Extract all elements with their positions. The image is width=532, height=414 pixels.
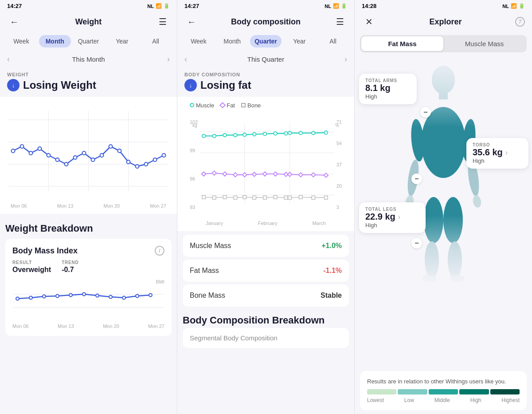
legend-low: Low <box>404 396 414 404</box>
bc-x-1: January <box>206 221 223 226</box>
weight-header: ← Weight ☰ <box>0 11 177 33</box>
body-comp-tab-bar: Week Month Quarter Year All <box>177 33 354 51</box>
body-comp-trend-heading: ↓ Losing fat <box>177 78 354 97</box>
weight-chart-x-labels: Mon 06 Mon 13 Mon 20 Mon 27 <box>7 201 170 209</box>
legs-arrow[interactable]: › <box>398 213 400 221</box>
fat-mass-toggle[interactable]: Fat Mass <box>361 36 443 51</box>
tab-quarter-1[interactable]: Quarter <box>73 35 105 47</box>
menu-button-2[interactable]: ☰ <box>333 15 347 29</box>
arms-status: High <box>365 93 411 100</box>
legs-annotation-card: TOTAL LEGS 22.9 kg › High <box>359 202 426 233</box>
muscle-mass-toggle[interactable]: Muscle Mass <box>443 36 525 51</box>
status-bar-2: 14:27 NL 📶 🔋 <box>177 0 354 11</box>
svg-rect-78 <box>285 196 288 199</box>
legs-value-row: 22.9 kg › <box>365 212 419 222</box>
body-comp-chart-area: Muscle Fat Bone kg % 102 99 96 93 <box>177 97 354 231</box>
chart-wrapper: kg % 102 99 96 93 <box>190 112 342 226</box>
torso-arrow[interactable]: › <box>505 149 508 157</box>
back-button-1[interactable]: ← <box>7 15 21 29</box>
tab-all-2[interactable]: All <box>317 35 349 47</box>
svg-rect-70 <box>202 196 206 199</box>
svg-point-23 <box>153 158 157 162</box>
svg-point-48 <box>243 133 246 137</box>
weight-breakdown-section: Weight Breakdown Body Mass Index i RESUL… <box>0 217 177 338</box>
y-left-4: 93 <box>190 205 198 210</box>
prev-period-2[interactable]: ‹ <box>184 55 187 64</box>
status-time-3: 14:28 <box>362 3 376 9</box>
svg-marker-68 <box>311 173 316 177</box>
y-right-3: 37 <box>336 162 342 167</box>
legend-bar-section: Results are in relation to other Withing… <box>360 371 527 411</box>
svg-point-49 <box>253 133 256 136</box>
svg-point-45 <box>213 134 216 138</box>
bmi-trend-label: TREND <box>62 260 78 265</box>
explorer-title: Explorer <box>376 17 515 27</box>
bmi-chart-unit: BMI <box>12 279 164 284</box>
svg-marker-63 <box>263 172 267 176</box>
torso-value-row: 35.6 kg › <box>473 147 522 158</box>
next-period-2[interactable]: › <box>344 55 347 64</box>
y-left-3: 96 <box>190 176 198 181</box>
tab-year-2[interactable]: Year <box>283 35 315 47</box>
x-label-2: Mon 13 <box>57 203 74 209</box>
trend-icon-2: ↓ <box>184 79 197 91</box>
svg-rect-81 <box>312 196 315 199</box>
svg-point-46 <box>223 134 227 137</box>
svg-point-20 <box>127 160 130 164</box>
svg-point-32 <box>82 293 86 296</box>
svg-marker-64 <box>274 172 278 176</box>
tab-quarter-2[interactable]: Quarter <box>250 35 282 47</box>
svg-point-30 <box>56 295 59 298</box>
svg-point-27 <box>16 297 19 300</box>
color-seg-low <box>398 389 427 394</box>
tab-all-1[interactable]: All <box>140 35 172 47</box>
svg-point-9 <box>29 151 33 155</box>
help-icon[interactable]: ? <box>515 17 525 27</box>
fat-mass-card: Fat Mass -1.1% <box>183 260 349 282</box>
tab-month-1[interactable]: Month <box>39 35 71 47</box>
tab-week-2[interactable]: Week <box>183 35 215 47</box>
svg-point-11 <box>47 154 51 157</box>
breakdown-title: Weight Breakdown <box>5 223 172 234</box>
bmi-x-4: Mon 27 <box>148 323 164 329</box>
body-comp-title: Body composition <box>199 17 333 27</box>
torso-label: TORSO <box>473 142 522 147</box>
muscle-mass-value: +1.0% <box>321 242 342 250</box>
svg-point-8 <box>20 145 24 148</box>
tab-week-1[interactable]: Week <box>5 35 37 47</box>
explorer-header: ✕ Explorer ? <box>355 11 532 33</box>
body-comp-trend-label: Losing fat <box>200 79 251 91</box>
bmi-trend-value: -0.7 <box>62 266 78 274</box>
svg-marker-67 <box>299 173 303 177</box>
svg-point-35 <box>122 296 125 300</box>
svg-rect-77 <box>274 196 278 199</box>
svg-rect-82 <box>325 196 328 199</box>
svg-rect-80 <box>299 196 303 199</box>
svg-marker-61 <box>243 173 247 177</box>
svg-marker-58 <box>212 171 217 175</box>
bmi-result-value: Overweight <box>12 266 51 274</box>
bmi-result-label: RESULT <box>12 260 51 265</box>
back-button-2[interactable]: ← <box>184 15 199 29</box>
bc-x-3: March <box>312 221 326 226</box>
svg-point-28 <box>29 296 32 300</box>
next-period-1[interactable]: › <box>167 55 170 64</box>
weight-scroll: WEIGHT ↓ Losing Weight <box>0 67 177 414</box>
tab-month-2[interactable]: Month <box>216 35 248 47</box>
bmi-info-icon[interactable]: i <box>155 246 164 256</box>
bmi-x-2: Mon 13 <box>58 323 74 329</box>
nfc-icon-3: NL <box>502 4 509 9</box>
svg-rect-79 <box>288 196 292 199</box>
svg-point-10 <box>38 147 42 150</box>
close-button[interactable]: ✕ <box>362 15 376 29</box>
legend-highest: Highest <box>501 396 520 404</box>
arms-minus-indicator: − <box>420 107 431 118</box>
segmental-body-comp: Segmental Body Composition <box>183 328 349 348</box>
menu-button-1[interactable]: ☰ <box>156 15 170 29</box>
prev-period-1[interactable]: ‹ <box>7 55 10 64</box>
svg-point-29 <box>43 295 46 298</box>
svg-point-56 <box>325 131 328 134</box>
body-comp-x-labels: January February March <box>202 219 329 226</box>
color-bar <box>367 389 520 394</box>
tab-year-1[interactable]: Year <box>106 35 138 47</box>
